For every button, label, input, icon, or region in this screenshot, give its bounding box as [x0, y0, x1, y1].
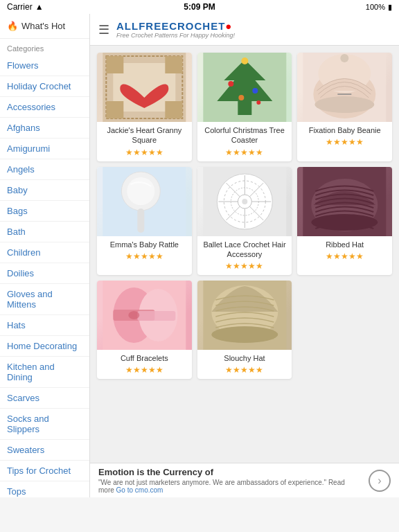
item-info-2: Fixation Baby Beanie★★★★★ — [297, 122, 392, 151]
sidebar-item-sweaters[interactable]: Sweaters — [0, 440, 89, 461]
svg-rect-4 — [165, 56, 182, 73]
sidebar-item-flowers[interactable]: Flowers — [0, 55, 89, 76]
logo-crochet: CROCHET — [169, 20, 225, 32]
sidebar-item-whats-hot[interactable]: 🔥 What's Hot — [0, 14, 89, 39]
grid-item-4[interactable]: Ballet Lace Crochet Hair Accessory★★★★★ — [197, 167, 292, 276]
status-time: 5:09 PM — [184, 2, 215, 12]
header: ☰ ALLFREECROCHET● Free Crochet Patterns … — [90, 14, 399, 46]
item-stars-2: ★★★★★ — [301, 137, 389, 147]
sidebar-item-angels[interactable]: Angels — [0, 159, 89, 180]
item-image-2 — [297, 53, 392, 122]
sidebar-item-holiday-crochet[interactable]: Holiday Crochet — [0, 76, 89, 97]
sidebar-item-children[interactable]: Children — [0, 242, 89, 263]
item-title-7: Slouchy Hat — [201, 353, 289, 363]
pattern-grid: Jackie's Heart Granny Square★★★★★ Colorf… — [97, 53, 392, 379]
item-image-7 — [197, 281, 292, 350]
battery-icon: ▮ — [388, 3, 392, 12]
sidebar-item-hats[interactable]: Hats — [0, 315, 89, 336]
grid-item-6[interactable]: Cuff Bracelets★★★★★ — [97, 281, 192, 379]
sidebar-item-accessories[interactable]: Accessories — [0, 97, 89, 118]
status-right: 100% ▮ — [366, 3, 392, 12]
categories-label: Categories — [0, 39, 89, 55]
svg-point-17 — [315, 96, 375, 113]
grid-item-5[interactable]: Ribbed Hat★★★★★ — [297, 167, 392, 276]
logo-allfree: ALLFREE — [116, 20, 169, 32]
item-image-6 — [97, 281, 192, 350]
grid-item-2[interactable]: Fixation Baby Beanie★★★★★ — [297, 53, 392, 161]
svg-point-11 — [252, 88, 258, 94]
svg-rect-22 — [137, 209, 144, 233]
item-title-2: Fixation Baby Beanie — [301, 125, 389, 135]
content-wrapper: ☰ ALLFREECROCHET● Free Crochet Patterns … — [90, 14, 399, 497]
sidebar-item-tips-for-crochet[interactable]: Tips for Crochet — [0, 461, 89, 481]
item-title-1: Colorful Christmas Tree Coaster — [201, 125, 289, 145]
svg-point-13 — [256, 100, 260, 105]
svg-point-12 — [238, 95, 244, 100]
item-stars-5: ★★★★★ — [301, 251, 389, 261]
sidebar-item-baby[interactable]: Baby — [0, 180, 89, 201]
svg-point-46 — [128, 311, 139, 319]
sidebar-item-home-decorating[interactable]: Home Decorating — [0, 336, 89, 357]
sidebar-item-bags[interactable]: Bags — [0, 201, 89, 222]
item-info-1: Colorful Christmas Tree Coaster★★★★★ — [197, 122, 292, 161]
ad-text-block: Emotion is the Currency of "We are not j… — [98, 467, 362, 494]
item-title-5: Ribbed Hat — [301, 240, 389, 249]
sidebar-item-gloves-and-mittens[interactable]: Gloves and Mittens — [0, 284, 89, 315]
item-stars-7: ★★★★★ — [201, 365, 289, 375]
main-layout: 🔥 What's Hot Categories FlowersHoliday C… — [0, 14, 399, 497]
sidebar-items-container: FlowersHoliday CrochetAccessoriesAfghans… — [0, 55, 89, 497]
item-info-5: Ribbed Hat★★★★★ — [297, 236, 392, 265]
item-info-3: Emma's Baby Rattle★★★★★ — [97, 236, 192, 265]
sidebar-item-socks-and-slippers[interactable]: Socks and Slippers — [0, 409, 89, 440]
status-bar: Carrier ▲ 5:09 PM 100% ▮ — [0, 0, 399, 14]
ad-title: Emotion is the Currency of — [98, 467, 362, 477]
whats-hot-label: What's Hot — [21, 21, 65, 31]
item-info-6: Cuff Bracelets★★★★★ — [97, 350, 192, 379]
item-info-4: Ballet Lace Crochet Hair Accessory★★★★★ — [197, 236, 292, 276]
grid-item-7[interactable]: Slouchy Hat★★★★★ — [197, 281, 292, 379]
hamburger-button[interactable]: ☰ — [98, 22, 109, 37]
sidebar-item-amigurumi[interactable]: Amigurumi — [0, 139, 89, 159]
logo-tagline: Free Crochet Patterns For Happy Hooking! — [116, 32, 235, 39]
sidebar-item-scarves[interactable]: Scarves — [0, 388, 89, 409]
sidebar-item-kitchen-and-dining[interactable]: Kitchen and Dining — [0, 357, 89, 388]
item-info-0: Jackie's Heart Granny Square★★★★★ — [97, 122, 192, 161]
svg-rect-6 — [165, 101, 182, 118]
item-image-1 — [197, 53, 292, 122]
site-logo: ALLFREECROCHET● Free Crochet Patterns Fo… — [116, 20, 235, 39]
svg-point-49 — [211, 326, 278, 343]
item-image-4 — [197, 167, 292, 236]
content-area: Jackie's Heart Granny Square★★★★★ Colorf… — [90, 46, 399, 463]
svg-point-18 — [341, 54, 349, 62]
battery-label: 100% — [366, 3, 385, 11]
ad-arrow-button[interactable]: › — [369, 470, 391, 492]
ad-subtitle: "We are not just marketers anymore. We a… — [98, 479, 362, 494]
ad-link[interactable]: Go to cmo.com — [116, 486, 163, 494]
grid-item-0[interactable]: Jackie's Heart Granny Square★★★★★ — [97, 53, 192, 161]
logo-dot: ● — [225, 20, 232, 32]
item-stars-0: ★★★★★ — [100, 148, 188, 157]
grid-item-3[interactable]: Emma's Baby Rattle★★★★★ — [97, 167, 192, 276]
sidebar-item-doilies[interactable]: Doilies — [0, 263, 89, 284]
logo-text: ALLFREECROCHET● — [116, 20, 235, 32]
status-left: Carrier ▲ — [7, 2, 44, 12]
item-stars-3: ★★★★★ — [100, 251, 188, 261]
svg-rect-3 — [106, 56, 123, 73]
sidebar-item-bath[interactable]: Bath — [0, 222, 89, 242]
item-stars-1: ★★★★★ — [201, 148, 289, 157]
wifi-icon: ▲ — [35, 2, 44, 12]
svg-point-9 — [241, 57, 248, 64]
item-title-4: Ballet Lace Crochet Hair Accessory — [201, 240, 289, 260]
svg-point-23 — [127, 177, 154, 205]
item-stars-4: ★★★★★ — [201, 261, 289, 271]
item-info-7: Slouchy Hat★★★★★ — [197, 350, 292, 379]
carrier-label: Carrier — [7, 2, 33, 12]
item-image-3 — [97, 167, 192, 236]
sidebar-item-tops[interactable]: Tops — [0, 481, 89, 497]
svg-rect-5 — [106, 101, 123, 118]
item-image-5 — [297, 167, 392, 236]
grid-item-1[interactable]: Colorful Christmas Tree Coaster★★★★★ — [197, 53, 292, 161]
ad-banner: Emotion is the Currency of "We are not j… — [90, 463, 399, 497]
sidebar-item-afghans[interactable]: Afghans — [0, 118, 89, 139]
svg-point-29 — [242, 199, 247, 204]
